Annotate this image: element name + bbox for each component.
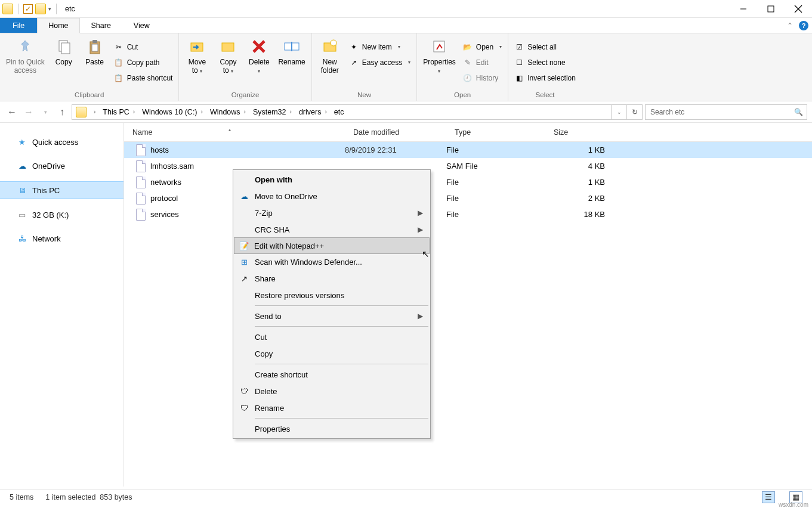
- file-icon: [136, 144, 146, 156]
- ctx-7zip[interactable]: 7-Zip▶: [234, 205, 429, 221]
- file-row[interactable]: hosts 8/9/2019 22:31 File 1 KB: [124, 142, 812, 158]
- col-type[interactable]: Type: [446, 128, 545, 137]
- group-label: Clipboard: [2, 90, 176, 101]
- properties-button[interactable]: Properties▾: [419, 35, 459, 90]
- minimize-button[interactable]: [730, 0, 757, 18]
- ctx-cut[interactable]: Cut: [234, 329, 429, 345]
- share-icon: ↗: [239, 273, 249, 284]
- folder-icon[interactable]: [35, 4, 46, 14]
- ctx-create-shortcut[interactable]: Create shortcut: [234, 366, 429, 383]
- ctx-rename[interactable]: 🛡Rename: [234, 399, 429, 416]
- move-to-button[interactable]: Move to ▾: [181, 35, 212, 90]
- select-all-icon: ☑: [514, 42, 524, 52]
- ctx-defender[interactable]: ⊞Scan with Windows Defender...: [234, 253, 429, 270]
- crumb-windows[interactable]: Windows›: [208, 105, 251, 119]
- maximize-button[interactable]: [757, 0, 785, 18]
- folder-icon: [76, 107, 87, 117]
- file-icon: [136, 209, 146, 221]
- file-list[interactable]: Name▴ Date modified Type Size hosts 8/9/…: [124, 123, 812, 487]
- qat-checkbox-icon[interactable]: ✓: [23, 4, 33, 14]
- details-view-button[interactable]: ☰: [762, 491, 775, 503]
- recent-button[interactable]: ▾: [38, 105, 53, 119]
- copy-button[interactable]: Copy: [48, 35, 79, 90]
- cut-button[interactable]: ✂Cut: [114, 41, 173, 54]
- back-button[interactable]: ←: [5, 105, 19, 119]
- easy-access-button[interactable]: ↗Easy access ▾: [349, 56, 410, 69]
- paste-icon: [85, 37, 104, 56]
- crumb-etc[interactable]: etc: [332, 105, 347, 119]
- select-all-button[interactable]: ☑Select all: [514, 41, 576, 54]
- close-button[interactable]: [785, 0, 812, 18]
- invert-selection-button[interactable]: ◧Invert selection: [514, 72, 576, 85]
- sidebar-item-drive[interactable]: ▭32 GB (K:): [0, 206, 124, 223]
- paste-button[interactable]: Paste: [79, 35, 110, 90]
- tab-home[interactable]: Home: [37, 18, 79, 33]
- pin-quick-access-button[interactable]: Pin to Quick access: [2, 35, 48, 90]
- address-dropdown-button[interactable]: ⌄: [611, 105, 626, 119]
- svg-rect-8: [92, 44, 98, 51]
- file-row[interactable]: services File 18 KB: [124, 206, 812, 222]
- address-bar[interactable]: › This PC› Windows 10 (C:)› Windows› Sys…: [72, 104, 643, 120]
- tab-view[interactable]: View: [122, 18, 161, 33]
- group-new: New folder ✦New item ▾ ↗Easy access ▾ x …: [312, 33, 417, 101]
- history-button[interactable]: 🕘History: [463, 72, 502, 85]
- ctx-open-with[interactable]: Open with: [234, 171, 429, 188]
- sidebar-item-this-pc[interactable]: 🖥This PC: [0, 181, 124, 199]
- svg-rect-1: [768, 6, 774, 12]
- star-icon: ★: [17, 137, 27, 147]
- refresh-button[interactable]: ↻: [626, 105, 642, 119]
- crumb-system32[interactable]: System32›: [251, 105, 297, 119]
- copy-to-button[interactable]: Copy to ▾: [212, 35, 243, 90]
- new-folder-button[interactable]: New folder: [314, 35, 345, 90]
- network-icon: 🖧: [17, 233, 27, 244]
- open-button[interactable]: 📂Open ▾: [463, 41, 502, 54]
- sidebar-item-onedrive[interactable]: ☁OneDrive: [0, 157, 124, 174]
- ctx-send-to[interactable]: Send to▶: [234, 308, 429, 324]
- sidebar-item-quick-access[interactable]: ★Quick access: [0, 134, 124, 150]
- drive-icon: ▭: [17, 209, 27, 220]
- sidebar-item-network[interactable]: 🖧Network: [0, 230, 124, 247]
- search-input[interactable]: Search etc 🔍: [645, 104, 807, 120]
- column-headers[interactable]: Name▴ Date modified Type Size: [124, 123, 812, 142]
- status-bar: 5 items 1 item selected 853 bytes ☰ ▦: [0, 489, 812, 504]
- copy-to-icon: [218, 37, 237, 56]
- ctx-copy[interactable]: Copy: [234, 345, 429, 362]
- ctx-edit-notepad[interactable]: 📝Edit with Notepad++: [234, 237, 430, 254]
- ctx-crc-sha[interactable]: CRC SHA▶: [234, 221, 429, 238]
- crumb-drivers[interactable]: drivers›: [297, 105, 332, 119]
- minimize-ribbon-icon[interactable]: ⌃: [787, 21, 793, 30]
- group-organize: Move to ▾ Copy to ▾ Delete▾ Rename Organ…: [179, 33, 311, 101]
- file-row[interactable]: lmhosts.sam SAM File 4 KB: [124, 158, 812, 174]
- svg-rect-6: [61, 43, 70, 54]
- col-date[interactable]: Date modified: [345, 128, 446, 137]
- tab-file[interactable]: File: [0, 18, 37, 33]
- ctx-restore[interactable]: Restore previous versions: [234, 287, 429, 303]
- svg-marker-4: [21, 41, 29, 51]
- ctx-delete[interactable]: 🛡Delete: [234, 383, 429, 399]
- crumb-this-pc[interactable]: This PC›: [100, 105, 140, 119]
- ribbon: Pin to Quick access Copy Paste ✂Cut 📋Cop…: [0, 33, 812, 101]
- copy-path-button[interactable]: 📋Copy path: [114, 56, 173, 69]
- up-button[interactable]: ↑: [55, 105, 69, 119]
- select-none-button[interactable]: ☐Select none: [514, 56, 576, 69]
- properties-icon: [430, 37, 449, 56]
- ctx-move-onedrive[interactable]: ☁Move to OneDrive: [234, 188, 429, 205]
- crumb-c-drive[interactable]: Windows 10 (C:)›: [140, 105, 208, 119]
- edit-button[interactable]: ✎Edit: [463, 56, 502, 69]
- new-item-icon: ✦: [349, 42, 359, 52]
- file-row[interactable]: networks File 1 KB: [124, 174, 812, 190]
- rename-button[interactable]: Rename: [274, 35, 308, 90]
- file-row[interactable]: protocol File 2 KB: [124, 190, 812, 206]
- new-item-button[interactable]: ✦New item ▾: [349, 41, 410, 54]
- col-name[interactable]: Name▴: [124, 128, 345, 137]
- tab-share[interactable]: Share: [80, 18, 122, 33]
- paste-shortcut-button[interactable]: 📋Paste shortcut: [114, 72, 173, 85]
- ctx-share[interactable]: ↗Share: [234, 270, 429, 287]
- copy-icon: [54, 37, 73, 56]
- forward-button[interactable]: →: [21, 105, 36, 119]
- col-size[interactable]: Size: [545, 128, 610, 137]
- group-label: Organize: [181, 90, 308, 101]
- ctx-properties[interactable]: Properties: [234, 420, 429, 437]
- help-icon[interactable]: ?: [799, 21, 808, 30]
- delete-button[interactable]: Delete▾: [243, 35, 274, 90]
